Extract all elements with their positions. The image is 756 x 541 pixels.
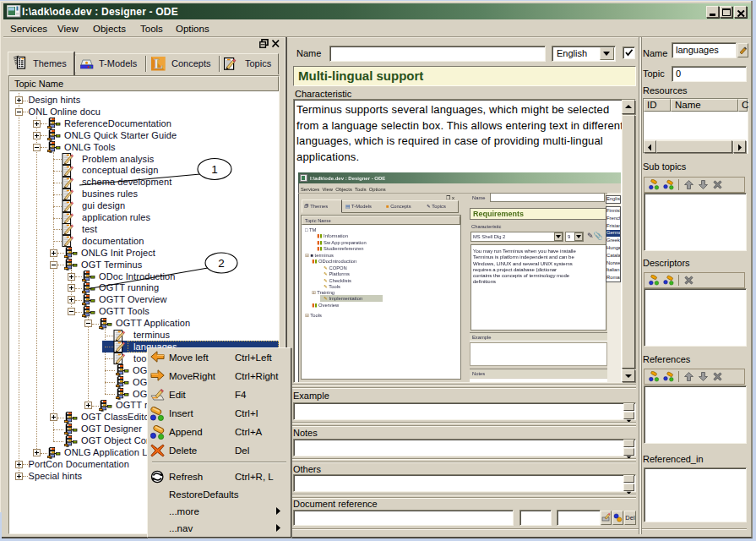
svg-text:L: L bbox=[154, 57, 163, 71]
